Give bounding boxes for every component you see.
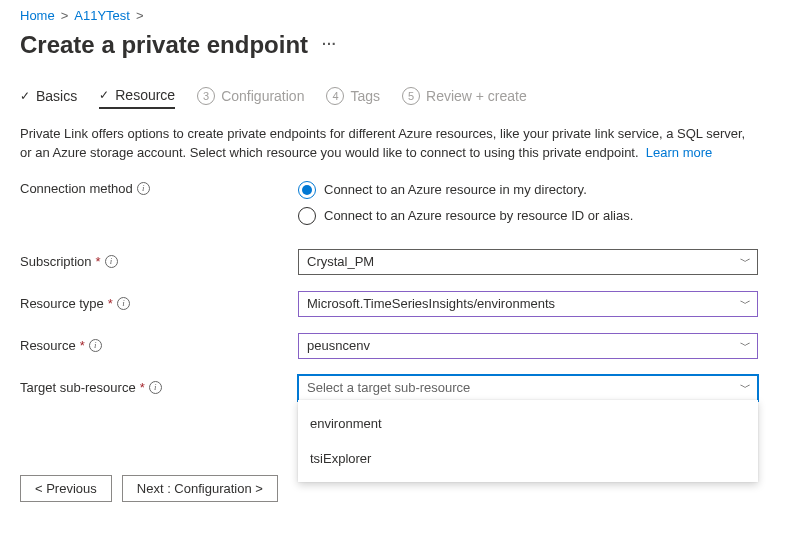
chevron-down-icon: ﹀ xyxy=(740,338,751,353)
chevron-right-icon: > xyxy=(61,8,69,23)
breadcrumb-home[interactable]: Home xyxy=(20,8,55,23)
target-sub-resource-label: Target sub-resource * i xyxy=(20,380,298,395)
subscription-select[interactable]: Crystal_PM ﹀ xyxy=(298,249,758,275)
dropdown-option-tsiexplorer[interactable]: tsiExplorer xyxy=(298,441,758,476)
info-icon[interactable]: i xyxy=(89,339,102,352)
required-icon: * xyxy=(140,380,145,395)
step-number-icon: 4 xyxy=(326,87,344,105)
info-icon[interactable]: i xyxy=(149,381,162,394)
required-icon: * xyxy=(96,254,101,269)
tab-review-create[interactable]: 5 Review + create xyxy=(402,87,527,109)
connection-method-option-directory[interactable]: Connect to an Azure resource in my direc… xyxy=(298,181,758,199)
dropdown-option-environment[interactable]: environment xyxy=(298,406,758,441)
check-icon: ✓ xyxy=(99,88,109,102)
connection-method-option-resourceid[interactable]: Connect to an Azure resource by resource… xyxy=(298,207,758,225)
step-number-icon: 5 xyxy=(402,87,420,105)
learn-more-link[interactable]: Learn more xyxy=(646,145,712,160)
subscription-label: Subscription * i xyxy=(20,254,298,269)
next-button[interactable]: Next : Configuration > xyxy=(122,475,278,502)
info-icon[interactable]: i xyxy=(137,182,150,195)
chevron-down-icon: ﹀ xyxy=(740,254,751,269)
wizard-tabs: ✓ Basics ✓ Resource 3 Configuration 4 Ta… xyxy=(20,87,771,109)
target-sub-resource-select[interactable]: Select a target sub-resource ﹀ environme… xyxy=(298,375,758,401)
previous-button[interactable]: < Previous xyxy=(20,475,112,502)
required-icon: * xyxy=(80,338,85,353)
check-icon: ✓ xyxy=(20,89,30,103)
chevron-right-icon: > xyxy=(136,8,144,23)
resource-label: Resource * i xyxy=(20,338,298,353)
tab-configuration[interactable]: 3 Configuration xyxy=(197,87,304,109)
radio-icon xyxy=(298,181,316,199)
required-icon: * xyxy=(108,296,113,311)
step-number-icon: 3 xyxy=(197,87,215,105)
radio-icon xyxy=(298,207,316,225)
tab-resource[interactable]: ✓ Resource xyxy=(99,87,175,109)
resource-select[interactable]: peusncenv ﹀ xyxy=(298,333,758,359)
resource-type-select[interactable]: Microsoft.TimeSeriesInsights/environment… xyxy=(298,291,758,317)
page-title: Create a private endpoint ··· xyxy=(20,31,771,59)
info-icon[interactable]: i xyxy=(117,297,130,310)
connection-method-label: Connection method i xyxy=(20,181,298,196)
resource-type-label: Resource type * i xyxy=(20,296,298,311)
breadcrumb-a11ytest[interactable]: A11YTest xyxy=(74,8,130,23)
info-icon[interactable]: i xyxy=(105,255,118,268)
more-actions-button[interactable]: ··· xyxy=(322,36,337,55)
tab-tags[interactable]: 4 Tags xyxy=(326,87,380,109)
chevron-down-icon: ﹀ xyxy=(740,380,751,395)
chevron-down-icon: ﹀ xyxy=(740,296,751,311)
tab-basics[interactable]: ✓ Basics xyxy=(20,88,77,108)
target-sub-resource-dropdown: environment tsiExplorer xyxy=(298,400,758,482)
tab-description: Private Link offers options to create pr… xyxy=(20,125,760,163)
breadcrumb: Home > A11YTest > xyxy=(20,8,771,23)
